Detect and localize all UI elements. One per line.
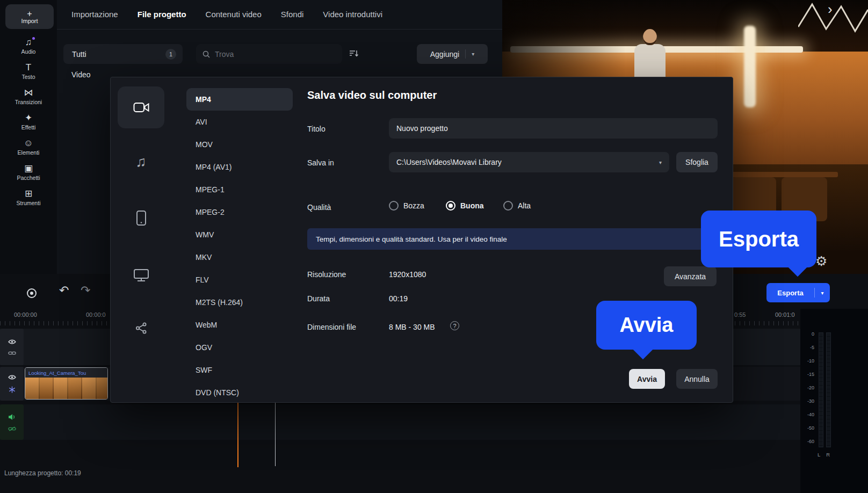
format-item[interactable]: MP4 (AV1) (186, 156, 293, 178)
eye-icon[interactable] (8, 374, 16, 380)
cancel-button[interactable]: Annulla (676, 369, 718, 389)
help-icon[interactable]: ? (450, 321, 459, 330)
sort-icon[interactable] (348, 48, 360, 59)
gear-icon[interactable]: ⚙ (815, 253, 827, 269)
meter-scale-label: 0 (812, 331, 814, 337)
format-item[interactable]: M2TS (H.264) (186, 291, 293, 314)
sidebar-item-elementi[interactable]: ☺ Elementi (0, 134, 57, 160)
sidebar-items: ♫ Audio T Testo ⋈ Transizioni ✦ Effetti … (0, 33, 57, 210)
sidebar-item-testo[interactable]: T Testo (0, 59, 57, 84)
tab-contenuti-video[interactable]: Contenuti video (206, 10, 262, 19)
audio-track[interactable] (0, 404, 800, 440)
plus-icon: + (27, 10, 32, 18)
meter-scale-label: -30 (807, 398, 814, 404)
device-tab-tv[interactable] (118, 262, 164, 289)
device-tab-share[interactable] (118, 315, 164, 342)
category-video-row[interactable]: Video (71, 70, 91, 79)
export-button-label: Esporta (766, 289, 814, 297)
device-tab-video[interactable] (118, 86, 164, 128)
device-tab-mobile[interactable] (118, 205, 164, 231)
add-media-button[interactable]: Aggiungi ▾ (417, 44, 488, 64)
resolution-value: 1920x1080 (389, 270, 426, 279)
search-input[interactable] (215, 50, 336, 59)
sidebar-item-transizioni[interactable]: ⋈ Transizioni (0, 84, 57, 109)
format-item[interactable]: SWF (186, 359, 293, 381)
filter-all-button[interactable]: Tutti 1 (63, 44, 183, 64)
tools-icon: ⊞ (25, 189, 32, 199)
browse-button[interactable]: Sfoglia (676, 152, 718, 172)
speaker-icon[interactable] (8, 414, 16, 421)
format-item[interactable]: WebM (186, 314, 293, 336)
music-note-icon: ♫ (25, 38, 32, 47)
tab-importazione[interactable]: Importazione (71, 10, 118, 19)
filesize-label: Dimensioni file (307, 323, 356, 331)
search-box[interactable] (196, 44, 342, 64)
advanced-button[interactable]: Avanzata (664, 266, 717, 286)
format-item[interactable]: MPEG-1 (186, 178, 293, 201)
device-tab-audio[interactable]: ♫ (118, 148, 164, 175)
radio-selected-icon (446, 201, 455, 211)
ruler-timestamp: 00:00:0 (86, 311, 106, 318)
chevron-down-icon[interactable]: ▾ (815, 290, 830, 296)
meter-scale-label: -40 (807, 412, 814, 417)
export-callout-label: Esporta (719, 227, 799, 251)
format-item[interactable]: MP4 (186, 88, 293, 111)
radio-icon (389, 201, 399, 211)
sidebar-item-label: Audio (21, 48, 36, 55)
sidebar-item-audio[interactable]: ♫ Audio (0, 33, 57, 59)
export-button[interactable]: Esporta ▾ (766, 283, 830, 302)
sidebar-item-pacchetti[interactable]: ▣ Pacchetti (0, 160, 57, 185)
snowflake-icon[interactable] (9, 386, 16, 393)
redo-icon[interactable]: ↷ (81, 284, 90, 298)
chevron-down-icon[interactable]: ▾ (472, 51, 474, 57)
tab-file-progetto[interactable]: File progetto (138, 10, 186, 19)
app-window: Importazione File progetto Contenuti vid… (0, 0, 868, 493)
import-button[interactable]: + Import (5, 4, 54, 29)
format-item[interactable]: MPEG-2 (186, 201, 293, 223)
meter-bar-right (826, 332, 831, 447)
sidebar-item-label: Elementi (18, 149, 40, 156)
format-item[interactable]: MOV (186, 133, 293, 156)
collapse-panel-icon[interactable]: › (823, 0, 837, 19)
radio-label: Buona (460, 201, 484, 210)
record-icon[interactable] (27, 288, 37, 298)
start-export-button[interactable]: Avvia (629, 369, 665, 389)
unlink-icon[interactable] (8, 426, 16, 431)
elements-icon: ☺ (24, 139, 33, 148)
app-sidebar: + Import ♫ Audio T Testo ⋈ Transizioni ✦… (0, 0, 57, 274)
title-input[interactable] (389, 118, 718, 139)
add-media-label: Aggiungi (430, 50, 460, 59)
quality-label: Qualità (307, 203, 331, 212)
quality-option-buona[interactable]: Buona (446, 201, 484, 211)
tab-sfondi[interactable]: Sfondi (281, 10, 304, 19)
format-list: MP4 AVI MOV MP4 (AV1) MPEG-1 MPEG-2 WMV … (186, 88, 293, 403)
format-item[interactable]: AVI (186, 111, 293, 133)
undo-icon[interactable]: ↶ (59, 284, 69, 298)
save-path-select[interactable]: C:\Users\Videos\Movavi Library ▾ (389, 152, 669, 172)
eye-icon[interactable] (8, 339, 16, 345)
tab-video-introduttivi[interactable]: Video introduttivi (323, 10, 382, 19)
export-callout: Esporta (701, 211, 816, 267)
format-item[interactable]: WMV (186, 223, 293, 246)
link-icon[interactable] (8, 351, 16, 356)
timeline-clip[interactable]: Looking_At_Camera_Tou (25, 367, 108, 400)
resolution-label: Risoluzione (307, 270, 346, 279)
quality-option-bozza[interactable]: Bozza (389, 201, 424, 211)
format-item[interactable]: OGV (186, 336, 293, 359)
import-label: Import (21, 18, 38, 24)
radio-icon (503, 201, 513, 211)
sidebar-item-effetti[interactable]: ✦ Effetti (0, 109, 57, 134)
quality-option-alta[interactable]: Alta (503, 201, 531, 211)
format-item[interactable]: DVD (NTSC) (186, 381, 293, 403)
clip-thumbnails (25, 378, 107, 399)
overlay-track-header (0, 329, 24, 365)
format-item[interactable]: MKV (186, 246, 293, 269)
save-in-label: Salva in (307, 158, 334, 167)
quality-info-banner: Tempi, dimensioni e qualità standard. Us… (307, 228, 718, 250)
sidebar-item-strumenti[interactable]: ⊞ Strumenti (0, 185, 57, 210)
duration-value: 00:19 (389, 294, 408, 303)
format-item[interactable]: FLV (186, 269, 293, 291)
filter-count-badge: 1 (165, 49, 176, 60)
clip-name-label: Looking_At_Camera_Tou (25, 368, 107, 378)
channel-right-label: R (826, 452, 830, 458)
